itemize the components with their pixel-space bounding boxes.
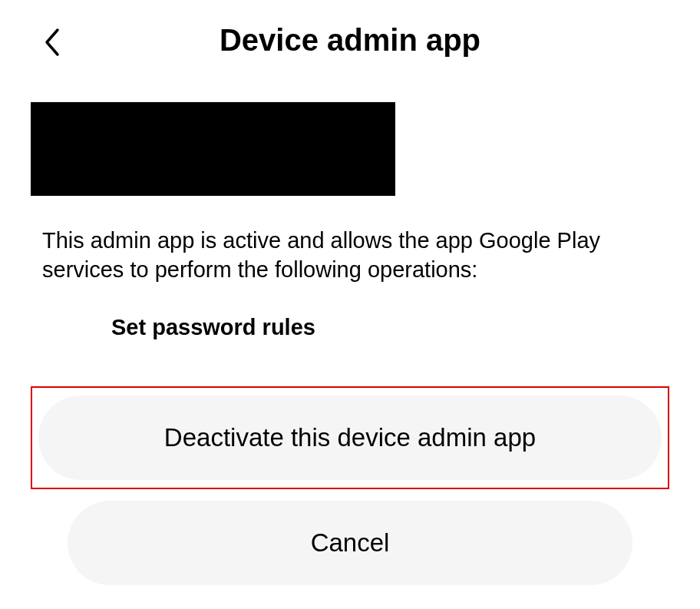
- operation-item: Set password rules: [0, 284, 700, 340]
- back-icon[interactable]: [42, 27, 64, 61]
- redacted-app-info: [31, 102, 395, 196]
- deactivate-button[interactable]: Deactivate this device admin app: [38, 396, 662, 480]
- button-container: Deactivate this device admin app Cancel: [0, 340, 700, 585]
- page-title: Device admin app: [38, 23, 662, 58]
- highlight-box: Deactivate this device admin app: [31, 386, 669, 489]
- header: Device admin app: [0, 0, 700, 73]
- cancel-container: Cancel: [31, 501, 669, 585]
- admin-description: This admin app is active and allows the …: [0, 196, 700, 284]
- cancel-button[interactable]: Cancel: [68, 501, 632, 585]
